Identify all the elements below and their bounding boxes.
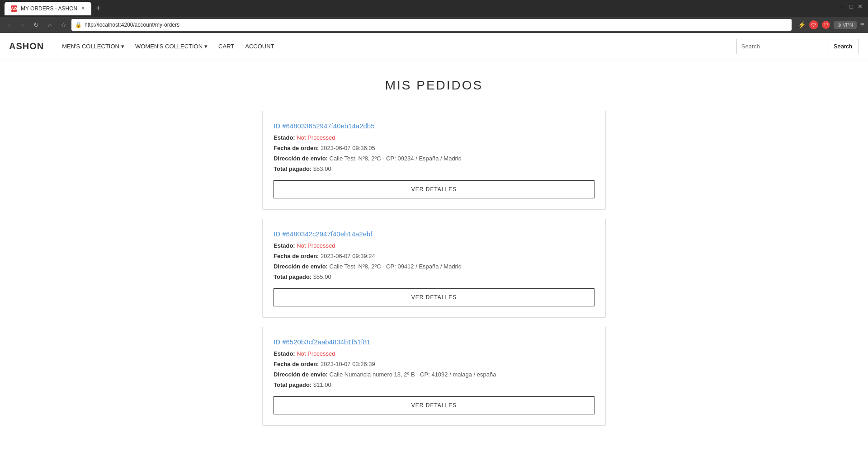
direccion-value: Calle Test, Nº8, 2ºC - CP: 09412 / Españ…	[330, 263, 462, 270]
total-value: $11.00	[313, 381, 331, 388]
forward-btn[interactable]: ›	[17, 19, 28, 30]
order-card: ID #6520b3cf2aab4834b1f51f81 Estado: Not…	[262, 327, 606, 426]
order-status-field: Estado: Not Processed	[274, 350, 594, 357]
status-value: Not Processed	[297, 350, 335, 357]
vpn-btn[interactable]: ⊕ VPN	[834, 21, 857, 29]
order-address-field: Dirección de envío: Calle Numancia numer…	[274, 371, 594, 378]
fecha-label: Fecha de orden:	[274, 253, 319, 259]
search-form: Search	[736, 39, 859, 54]
bookmark-btn[interactable]: ☆	[58, 19, 69, 30]
order-address-field: Dirección de envío: Calle Test, Nº8, 2ºC…	[274, 263, 594, 270]
ver-detalles-btn[interactable]: VER DETALLES	[274, 180, 594, 198]
estado-label: Estado:	[274, 350, 295, 357]
estado-label: Estado:	[274, 134, 295, 141]
direccion-value: Calle Test, Nº8, 2ºC - CP: 09234 / Españ…	[330, 155, 462, 162]
fecha-value: 2023-06-07 09:36:05	[321, 145, 375, 151]
fecha-value: 2023-06-07 09:39:24	[321, 253, 375, 259]
address-bar[interactable]: 🔒 http://localhost:4200/account/my-order…	[71, 19, 792, 31]
home-btn[interactable]: ⌂	[44, 19, 55, 30]
ver-detalles-btn[interactable]: VER DETALLES	[274, 396, 594, 414]
total-label: Total pagado:	[274, 273, 311, 280]
window-minimize-btn[interactable]: —	[839, 3, 845, 10]
nav-mens-collection[interactable]: MEN'S COLLECTION ▾	[57, 39, 129, 53]
status-value: Not Processed	[297, 242, 335, 249]
nav-account[interactable]: ACCOUNT	[241, 39, 278, 53]
order-status-field: Estado: Not Processed	[274, 242, 594, 249]
brand-logo[interactable]: ASHON	[9, 41, 44, 52]
ver-detalles-btn[interactable]: VER DETALLES	[274, 288, 594, 306]
order-date-field: Fecha de orden: 2023-06-07 09:39:24	[274, 253, 594, 259]
total-value: $55.00	[313, 273, 331, 280]
order-date-field: Fecha de orden: 2023-10-07 03:26:39	[274, 361, 594, 367]
browser-tab[interactable]: AO MY ORDERS - ASHON ✕	[5, 2, 91, 15]
direccion-label: Dirección de envío:	[274, 155, 328, 162]
tab-close-btn[interactable]: ✕	[81, 5, 85, 11]
brave-shield-btn[interactable]: 🛡	[809, 20, 818, 29]
fecha-label: Fecha de orden:	[274, 145, 319, 151]
url-text: http://localhost:4200/account/my-orders	[85, 22, 179, 28]
nav-womens-collection[interactable]: WOMEN'S COLLECTION ▾	[131, 39, 212, 53]
new-tab-btn[interactable]: +	[93, 4, 104, 13]
extensions-icon[interactable]: ⚡	[798, 21, 806, 28]
nav-cart[interactable]: CART	[214, 39, 239, 53]
direccion-label: Dirección de envío:	[274, 263, 328, 270]
notification-btn[interactable]: 17	[822, 21, 830, 29]
fecha-value: 2023-10-07 03:26:39	[321, 361, 375, 367]
estado-label: Estado:	[274, 242, 295, 249]
order-total-field: Total pagado: $11.00	[274, 381, 594, 388]
order-id: ID #6520b3cf2aab4834b1f51f81	[274, 338, 594, 346]
page-title: MIS PEDIDOS	[262, 78, 606, 93]
status-value: Not Processed	[297, 134, 335, 141]
order-total-field: Total pagado: $53.00	[274, 165, 594, 172]
search-input[interactable]	[736, 39, 827, 54]
main-nav: ASHON MEN'S COLLECTION ▾ WOMEN'S COLLECT…	[0, 33, 868, 60]
tab-title: MY ORDERS - ASHON	[21, 5, 77, 12]
order-card: ID #6480342c2947f40eb14a2ebf Estado: Not…	[262, 219, 606, 318]
direccion-label: Dirección de envío:	[274, 371, 328, 378]
nav-links: MEN'S COLLECTION ▾ WOMEN'S COLLECTION ▾ …	[57, 39, 736, 53]
chevron-down-icon: ▾	[121, 43, 124, 50]
order-id: ID #648033652947f40eb14a2db5	[274, 122, 594, 130]
main-content: MIS PEDIDOS ID #648033652947f40eb14a2db5…	[253, 60, 615, 453]
order-date-field: Fecha de orden: 2023-06-07 09:36:05	[274, 145, 594, 151]
window-close-btn[interactable]: ✕	[858, 3, 863, 10]
order-card: ID #648033652947f40eb14a2db5 Estado: Not…	[262, 111, 606, 210]
total-label: Total pagado:	[274, 165, 311, 172]
order-id: ID #6480342c2947f40eb14a2ebf	[274, 230, 594, 238]
back-btn[interactable]: ‹	[4, 19, 14, 30]
browser-menu-btn[interactable]: ≡	[860, 21, 864, 29]
order-total-field: Total pagado: $55.00	[274, 273, 594, 280]
total-label: Total pagado:	[274, 381, 311, 388]
refresh-btn[interactable]: ↻	[31, 19, 42, 30]
order-status-field: Estado: Not Processed	[274, 134, 594, 141]
total-value: $53.00	[313, 165, 331, 172]
lock-icon: 🔒	[75, 22, 82, 28]
chevron-down-icon: ▾	[204, 43, 208, 50]
search-button[interactable]: Search	[827, 39, 859, 54]
order-address-field: Dirección de envío: Calle Test, Nº8, 2ºC…	[274, 155, 594, 162]
tab-favicon: AO	[11, 5, 17, 12]
direccion-value: Calle Numancia numero 13, 2º B - CP: 410…	[330, 371, 496, 378]
fecha-label: Fecha de orden:	[274, 361, 319, 367]
window-maximize-btn[interactable]: □	[849, 3, 853, 10]
